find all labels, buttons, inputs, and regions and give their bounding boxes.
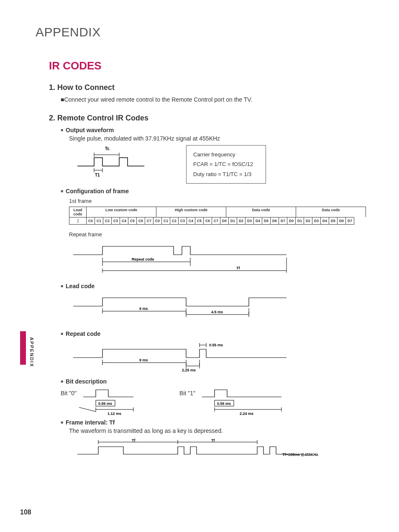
svg-text:0.56 ms: 0.56 ms (98, 402, 112, 406)
frame-cell: C7 (145, 217, 153, 225)
frame-diagram: Lead code Low custom code High custom co… (69, 207, 370, 225)
frame-cell: D5 (262, 217, 271, 225)
frame-cell: D1 (228, 217, 237, 225)
repeat-frame-diagram: Repeat code Tf (69, 240, 303, 274)
lead-code-label: Lead code (66, 283, 95, 289)
frame-cell: D2 (304, 217, 312, 225)
heading-how-to-connect: 1. How to Connect (49, 83, 370, 92)
bullet-icon: ■ (61, 128, 63, 132)
svg-text:0.56 ms: 0.56 ms (217, 402, 231, 406)
svg-text:9 ms: 9 ms (139, 358, 148, 362)
frame-cell: D5 (329, 217, 338, 225)
connect-text-content: Connect your wired remote control to the… (64, 96, 252, 103)
repeat-code-diagram: 0.55 ms 9 ms 2.25 ms (69, 339, 303, 372)
frame-cell: C7 (212, 217, 220, 225)
frame-cell: D3 (312, 217, 321, 225)
frame-cell: C0 (86, 217, 95, 225)
frame-cell: D2 (237, 217, 246, 225)
frame-header-lead: Lead code (69, 207, 87, 217)
section-title: IR CODES (49, 59, 370, 72)
frame-cell: C4 (120, 217, 128, 225)
frame-cell: C2 (170, 217, 179, 225)
svg-line-40 (79, 407, 96, 412)
frame-header-data2: Data code (296, 207, 366, 217)
frame-cell: D1 (295, 217, 304, 225)
first-frame-label: 1st frame (69, 198, 370, 204)
carrier-title: Carrier frequency (193, 150, 253, 159)
page-number: 108 (20, 509, 31, 516)
frame-cell: C4 (187, 217, 195, 225)
frame-cell: C1 (95, 217, 103, 225)
svg-text:2.25 ms: 2.25 ms (182, 368, 196, 372)
frame-cell: C3 (111, 217, 120, 225)
frame-interval-desc: The waveform is transmitted as long as a… (69, 427, 370, 434)
frame-cell: D6 (337, 217, 346, 225)
svg-text:1.12 ms: 1.12 ms (107, 412, 121, 416)
config-frame-label: Configuration of frame (66, 188, 129, 194)
svg-text:0.55 ms: 0.55 ms (209, 343, 223, 347)
svg-text:Tc: Tc (105, 146, 110, 151)
frame-cell: C3 (178, 217, 187, 225)
frame-cell: D4 (320, 217, 329, 225)
frame-cell: C2 (103, 217, 112, 225)
frame-lead-cell (69, 217, 87, 225)
carrier-box: Carrier frequency FCAR = 1/TC = fOSC/12 … (186, 145, 266, 184)
frame-cell: C1 (161, 217, 170, 225)
repeat-frame-label: Repeat frame (69, 231, 370, 238)
frame-cell: C6 (136, 217, 145, 225)
frame-cell: C5 (195, 217, 204, 225)
carrier-line1: FCAR = 1/TC = fOSC/12 (193, 159, 253, 169)
frame-interval-label: Frame interval: Tf (66, 419, 115, 426)
connect-text: ■Connect your wired remote control to th… (61, 96, 370, 103)
bullet-icon: ■ (61, 189, 63, 193)
repeat-code-label: Repeat code (66, 330, 100, 337)
frame-cell: D0 (287, 217, 296, 225)
frame-header-high: High custom code (156, 207, 226, 217)
frame-cell: D4 (253, 217, 262, 225)
svg-text:T1: T1 (95, 173, 100, 177)
carrier-line2: Duty ratio = T1/TC = 1/3 (193, 169, 253, 179)
frame-header-low: Low custom code (86, 207, 156, 217)
frame-cell: D7 (279, 217, 287, 225)
bit0-diagram: 0.56 ms 1.12 ms (79, 386, 163, 416)
lead-code-diagram: 9 ms 4.5 ms (69, 294, 303, 323)
frame-cell: C5 (128, 217, 137, 225)
output-waveform-diagram: Tc T1 (69, 145, 161, 179)
bullet-icon: ■ (61, 284, 63, 288)
svg-text:9 ms: 9 ms (139, 307, 148, 311)
frame-cell: D7 (345, 217, 354, 225)
svg-text:Tf: Tf (236, 266, 240, 270)
bit-desc-label: Bit description (66, 378, 107, 385)
bullet-icon: ■ (61, 420, 63, 425)
output-waveform-desc: Single pulse, modulated with 37.917KHz s… (69, 135, 370, 142)
svg-text:Tf=108ms @455KHz: Tf=108ms @455KHz (282, 453, 318, 457)
appendix-header: APPENDIX (36, 25, 370, 39)
frame-cell: D3 (245, 217, 254, 225)
output-waveform-label: Output waveform (66, 127, 114, 133)
svg-text:2.24 ms: 2.24 ms (240, 412, 253, 416)
side-text: APPENDIX (29, 337, 34, 367)
bullet-icon: ■ (61, 379, 63, 384)
frame-interval-diagram: Tf Tf Tf=108ms @455KHz (69, 437, 362, 463)
svg-text:Repeat  code: Repeat code (132, 257, 154, 261)
frame-header-data1: Data code (226, 207, 296, 217)
frame-cell: C6 (203, 217, 212, 225)
bit0-label: Bit "0" (61, 390, 77, 396)
frame-cell: D6 (270, 217, 279, 225)
bullet-icon: ■ (61, 331, 63, 336)
frame-cell: D0 (220, 217, 229, 225)
bit1-label: Bit "1" (179, 390, 195, 396)
svg-text:4.5 ms: 4.5 ms (211, 310, 223, 314)
frame-cell: C0 (153, 217, 162, 225)
heading-ir-codes: 2. Remote Control IR Codes (49, 114, 370, 123)
bit1-diagram: 0.56 ms 2.24 ms (198, 386, 298, 416)
side-tab (20, 331, 26, 365)
